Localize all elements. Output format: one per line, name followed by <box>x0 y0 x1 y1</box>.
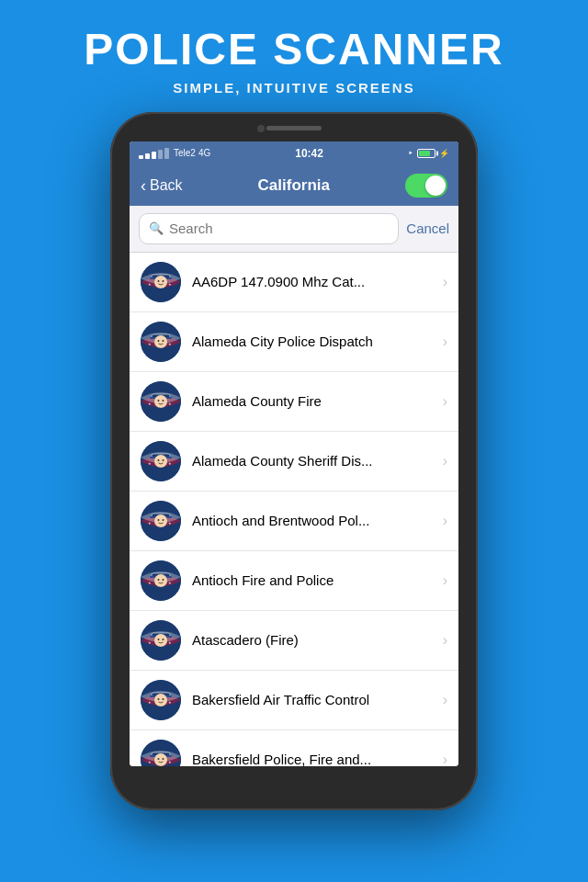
list-item[interactable]: ★ ★ Bakersfield Police, Fire and...› <box>130 730 458 766</box>
phone-speaker <box>266 126 322 130</box>
signal-dot-2 <box>145 153 150 159</box>
item-chevron-icon: › <box>443 393 447 410</box>
svg-point-21 <box>163 400 164 401</box>
svg-text:★: ★ <box>148 521 152 526</box>
item-avatar: ★ ★ <box>141 441 181 481</box>
item-label: Alameda City Police Dispatch <box>192 333 435 351</box>
svg-text:★: ★ <box>168 640 172 645</box>
back-label: Back <box>150 177 183 194</box>
list-item[interactable]: ★ ★ AA6DP 147.0900 Mhz Cat...› <box>130 253 458 312</box>
nav-bar: ‹ Back California <box>130 165 458 206</box>
signal-dots <box>139 148 169 159</box>
svg-point-52 <box>158 639 160 640</box>
svg-point-20 <box>158 400 160 401</box>
svg-point-19 <box>154 395 167 408</box>
item-avatar: ★ ★ <box>141 501 181 541</box>
search-input-wrapper: 🔍 <box>139 213 399 244</box>
status-right: ‣ ⚡ <box>408 148 449 158</box>
svg-point-67 <box>154 753 167 766</box>
carrier-name: Tele2 <box>174 148 196 158</box>
status-time: 10:42 <box>295 147 323 160</box>
item-avatar: ★ ★ <box>141 560 181 601</box>
item-chevron-icon: › <box>443 274 447 290</box>
svg-point-69 <box>163 758 164 760</box>
item-avatar: ★ ★ <box>141 381 181 422</box>
svg-point-3 <box>154 276 167 288</box>
svg-point-12 <box>158 340 160 342</box>
svg-text:★: ★ <box>148 401 152 406</box>
item-chevron-icon: › <box>443 692 447 708</box>
svg-point-11 <box>154 335 167 348</box>
toggle-knob <box>425 175 446 196</box>
svg-point-4 <box>158 280 160 282</box>
status-bar: Tele2 4G 10:42 ‣ ⚡ <box>130 141 458 165</box>
list-item[interactable]: ★ ★ Alameda City Police Dispatch› <box>130 312 458 372</box>
search-icon: 🔍 <box>149 221 164 235</box>
item-chevron-icon: › <box>443 632 447 649</box>
item-avatar: ★ ★ <box>141 680 181 720</box>
lightning-icon: ⚡ <box>439 149 449 158</box>
item-avatar: ★ ★ <box>141 262 181 302</box>
svg-point-5 <box>163 280 164 282</box>
item-label: Bakersfield Air Traffic Control <box>192 691 435 709</box>
svg-point-13 <box>163 340 164 342</box>
svg-point-53 <box>163 639 164 640</box>
item-chevron-icon: › <box>443 513 447 529</box>
phone-top-bar <box>110 112 478 138</box>
signal-dot-1 <box>139 155 143 159</box>
battery-fill <box>419 151 430 156</box>
item-chevron-icon: › <box>443 572 447 589</box>
svg-point-35 <box>154 514 167 527</box>
svg-text:★: ★ <box>168 461 172 466</box>
svg-text:★: ★ <box>148 640 152 645</box>
svg-text:★: ★ <box>148 461 152 466</box>
svg-point-60 <box>158 698 160 700</box>
svg-text:★: ★ <box>148 282 152 287</box>
svg-point-43 <box>154 574 167 587</box>
svg-point-68 <box>158 758 160 760</box>
signal-dot-3 <box>152 152 156 159</box>
list-item[interactable]: ★ ★ Antioch and Brentwood Pol...› <box>130 492 458 551</box>
back-chevron-icon: ‹ <box>141 177 146 194</box>
svg-point-44 <box>158 579 160 581</box>
cancel-button[interactable]: Cancel <box>406 220 449 236</box>
list-item[interactable]: ★ ★ Alameda County Fire› <box>130 372 458 432</box>
svg-point-51 <box>154 634 167 647</box>
svg-text:★: ★ <box>168 342 172 346</box>
list-container: ★ ★ AA6DP 147.0900 Mhz Cat...› <box>130 253 458 766</box>
item-avatar: ★ ★ <box>141 740 181 766</box>
item-avatar: ★ ★ <box>141 620 181 661</box>
item-chevron-icon: › <box>443 334 447 350</box>
item-label: Antioch Fire and Police <box>192 571 435 590</box>
svg-point-29 <box>163 459 164 461</box>
list-item[interactable]: ★ ★ Alameda County Sheriff Dis...› <box>130 432 458 492</box>
network-type: 4G <box>198 148 210 158</box>
list-item[interactable]: ★ ★ Bakersfield Air Traffic Control› <box>130 671 458 730</box>
item-label: Bakersfield Police, Fire and... <box>192 751 435 766</box>
list-item[interactable]: ★ ★ Antioch Fire and Police› <box>130 551 458 611</box>
phone-screen: Tele2 4G 10:42 ‣ ⚡ ‹ Back California <box>130 141 458 766</box>
item-label: AA6DP 147.0900 Mhz Cat... <box>192 273 435 291</box>
back-button[interactable]: ‹ Back <box>141 177 183 194</box>
phone-camera <box>257 125 265 132</box>
svg-text:★: ★ <box>168 700 172 705</box>
svg-text:★: ★ <box>148 760 152 764</box>
search-input[interactable] <box>169 220 389 236</box>
svg-point-45 <box>163 579 164 581</box>
location-icon: ‣ <box>408 148 413 158</box>
app-subtitle: SIMPLE, INTUITIVE SCREENS <box>0 80 588 96</box>
svg-text:★: ★ <box>168 401 172 406</box>
list-item[interactable]: ★ ★ Atascadero (Fire)› <box>130 611 458 671</box>
svg-point-59 <box>154 694 167 707</box>
svg-point-61 <box>163 698 164 700</box>
svg-text:★: ★ <box>148 342 152 346</box>
item-label: Atascadero (Fire) <box>192 631 435 650</box>
battery-icon <box>417 149 435 158</box>
item-chevron-icon: › <box>443 752 447 766</box>
svg-point-36 <box>158 519 160 521</box>
item-avatar: ★ ★ <box>141 322 181 362</box>
svg-text:★: ★ <box>168 760 172 764</box>
signal-dot-4 <box>158 150 163 159</box>
toggle-switch[interactable] <box>405 174 447 198</box>
nav-title: California <box>258 176 330 195</box>
